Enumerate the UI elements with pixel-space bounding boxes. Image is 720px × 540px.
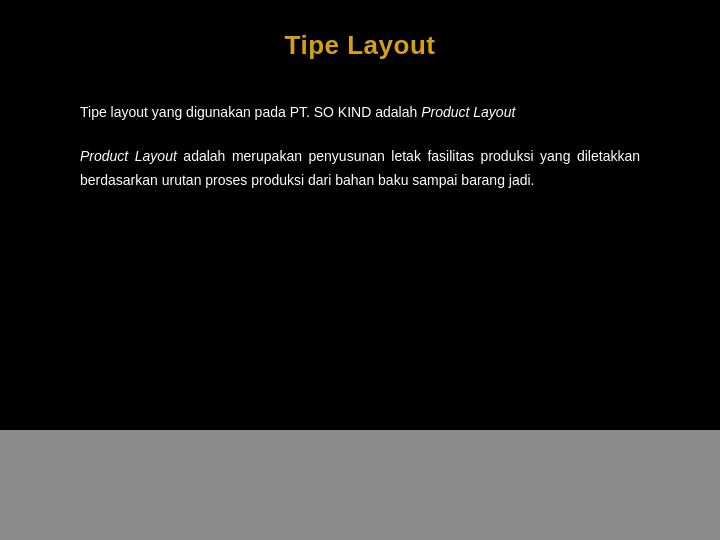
product-layout-italic-1: Product Layout (421, 104, 515, 120)
product-layout-italic-2: Product Layout (80, 148, 177, 164)
bottom-bar (0, 430, 720, 540)
main-content: Tipe Layout Tipe layout yang digunakan p… (0, 0, 720, 430)
slide-container: Tipe Layout Tipe layout yang digunakan p… (0, 0, 720, 540)
paragraph-2: Product Layout adalah merupakan penyusun… (80, 145, 640, 193)
slide-title: Tipe Layout (285, 30, 436, 61)
paragraph-1-text: Tipe layout yang digunakan pada PT. SO K… (80, 104, 421, 120)
paragraph-1: Tipe layout yang digunakan pada PT. SO K… (80, 101, 640, 125)
content-body: Tipe layout yang digunakan pada PT. SO K… (80, 101, 640, 192)
